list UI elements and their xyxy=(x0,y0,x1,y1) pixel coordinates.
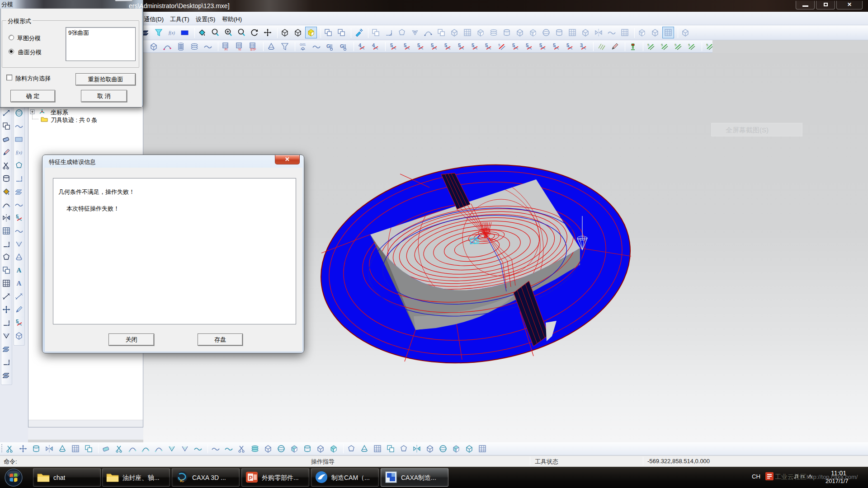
svg-text:YI: YI xyxy=(238,48,241,51)
svg-text:5: 5 xyxy=(661,43,663,47)
svg-text:G: G xyxy=(340,43,344,49)
svg-text:5: 5 xyxy=(688,43,690,47)
svg-text:f(x): f(x) xyxy=(169,30,175,36)
svg-text:5: 5 xyxy=(706,43,708,47)
svg-text:A: A xyxy=(17,280,22,287)
svg-text:5: 5 xyxy=(647,43,650,47)
svg-text:5: 5 xyxy=(675,43,677,47)
svg-text:5: 5 xyxy=(498,43,500,47)
svg-text:G: G xyxy=(326,43,330,49)
svg-text:FI: FI xyxy=(225,48,227,51)
svg-text:IC: IC xyxy=(180,479,184,483)
svg-text:P: P xyxy=(249,474,253,481)
svg-text:G01: G01 xyxy=(300,43,306,46)
svg-text:A: A xyxy=(17,267,22,274)
svg-text:f(x): f(x) xyxy=(16,150,23,155)
svg-text:STF: STF xyxy=(250,48,256,51)
